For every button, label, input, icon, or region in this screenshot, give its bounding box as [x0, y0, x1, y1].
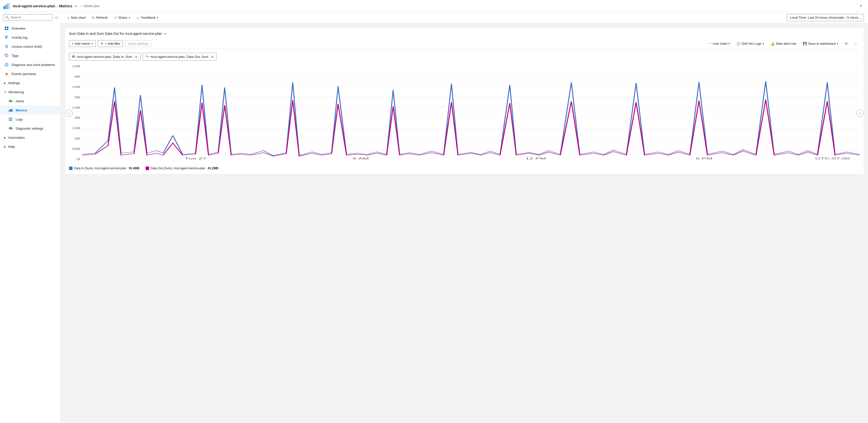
svg-rect-16	[12, 101, 12, 102]
svg-rect-3	[9, 3, 10, 9]
overview-icon	[4, 26, 9, 31]
svg-text:Tue 27: Tue 27	[185, 157, 207, 160]
search-box[interactable]: 🔍	[3, 14, 53, 21]
svg-rect-15	[10, 100, 11, 102]
sidebar-item-metrics[interactable]: Metrics	[0, 106, 60, 115]
sidebar-item-activity-log[interactable]: Activity log	[0, 33, 60, 42]
chart-title-area: Sum Data In and Sum Data Out for mcd-age…	[69, 32, 860, 36]
feedback-chevron-icon: ▾	[157, 16, 158, 19]
svg-rect-25	[9, 127, 10, 129]
edit-title-icon[interactable]: ✏	[164, 32, 167, 36]
save-to-dashboard-button[interactable]: 💾 Save to dashboard ▾	[800, 40, 841, 47]
svg-rect-10	[5, 38, 7, 38]
svg-rect-18	[10, 109, 11, 112]
line-chart-button[interactable]: 〰 Line chart ▾	[706, 40, 732, 47]
line-chart-label: Line chart	[713, 42, 727, 45]
feedback-button[interactable]: ☺ Feedback ▾	[133, 14, 161, 21]
svg-rect-17	[9, 110, 10, 112]
metric-pills-area: mcd-agent-service-plan, Data In, Sum ✕ m…	[69, 53, 860, 61]
svg-rect-22	[10, 119, 12, 119]
share-button[interactable]: ↗ Share ▾	[111, 14, 132, 21]
search-icon: 🔍	[5, 16, 9, 19]
sidebar-item-logs[interactable]: Logs	[0, 115, 60, 124]
chart-legend: Data In (Sum), mcd-agent-service-plan 91…	[69, 164, 860, 170]
apply-splitting-button[interactable]: Apply splitting	[125, 40, 151, 47]
sidebar-item-label: Diagnose and solve problems	[12, 63, 55, 67]
y-label-4-5: 4.5MB	[69, 65, 81, 68]
settings-arrow-icon: ▶	[4, 82, 6, 85]
chart-settings-button[interactable]: ⚙	[842, 40, 850, 47]
line-chart-icon: 〰	[708, 42, 712, 45]
svg-rect-27	[12, 128, 12, 129]
svg-rect-5	[7, 27, 8, 28]
alerts-icon	[8, 99, 13, 104]
sidebar-item-label: Activity log	[12, 36, 27, 39]
close-button[interactable]: ×	[857, 2, 865, 10]
more-options-icon[interactable]: ···	[80, 4, 83, 8]
sidebar-item-monitoring[interactable]: ▼ Monitoring	[0, 88, 60, 97]
sidebar-item-diagnostic-settings[interactable]: Diagnostic settings	[0, 124, 60, 133]
right-panel: + New chart ↻ Refresh ↗ Share ▾ ☺ Feedba…	[61, 12, 868, 423]
sidebar-item-automation[interactable]: ▶ Automation	[0, 133, 60, 142]
favorite-star[interactable]: ★	[74, 4, 78, 8]
metric-pill-data-in[interactable]: mcd-agent-service-plan, Data In, Sum ✕	[69, 53, 141, 61]
sidebar-item-overview[interactable]: Overview	[0, 24, 60, 33]
search-input[interactable]	[11, 15, 50, 19]
time-range-label: Local Time: Last 24 hours (Automatic - 5…	[790, 16, 861, 20]
drill-logs-icon: 📋	[736, 42, 740, 45]
chart-more-button[interactable]: ···	[852, 40, 860, 47]
add-filter-icon: ▼	[100, 42, 104, 45]
y-label-1-5: 1.5MB	[69, 127, 81, 130]
diagnose-icon	[4, 62, 9, 67]
sidebar-item-label: Monitoring	[9, 90, 24, 94]
metric-pill-data-out[interactable]: mcd-agent-service-plan, Data Out, Sum ✕	[143, 53, 217, 61]
y-label-1: 1MB	[69, 137, 81, 140]
sidebar-item-events[interactable]: Events (preview)	[0, 69, 60, 78]
collapse-icon[interactable]: ◁	[55, 15, 57, 20]
sidebar-item-tags[interactable]: Tags	[0, 51, 60, 60]
svg-rect-31	[74, 56, 75, 58]
svg-text:6 AM: 6 AM	[352, 157, 369, 160]
pill-close-data-out[interactable]: ✕	[211, 55, 214, 59]
sidebar-item-settings[interactable]: ▶ Settings	[0, 78, 60, 88]
legend-item-data-out: Data Out (Sum), mcd-agent-service-plan 4…	[146, 166, 218, 170]
chart-nav-left-button[interactable]: ‹	[65, 110, 72, 117]
chart-area: 4.5MB 4MB 3.5MB 3MB 2.5MB 2MB 1.5MB 1MB …	[69, 65, 860, 161]
new-chart-button[interactable]: + New chart	[65, 14, 88, 21]
sidebar-item-diagnose[interactable]: Diagnose and solve problems	[0, 60, 60, 69]
add-metric-button[interactable]: + Add metric ▾	[69, 40, 96, 47]
drill-into-logs-button[interactable]: 📋 Drill into Logs ▾	[734, 40, 767, 47]
sidebar-item-label: Events (preview)	[12, 72, 36, 76]
chart-svg-wrapper: Tue 27 6 AM 12 PM 6 PM UTC-07:00	[82, 65, 860, 161]
sidebar-item-help[interactable]: ▶ Help	[0, 142, 60, 151]
save-dashboard-chevron-icon: ▾	[837, 42, 838, 45]
sidebar-item-alerts[interactable]: Alerts	[0, 97, 60, 106]
svg-rect-29	[73, 55, 73, 58]
y-label-2: 2MB	[69, 116, 81, 119]
title-separator: |	[57, 4, 57, 8]
new-alert-label: New alert rule	[776, 42, 796, 45]
legend-label-data-out: Data Out (Sum), mcd-agent-service-plan	[151, 166, 205, 170]
svg-rect-30	[73, 55, 74, 58]
pill-icon-data-in	[72, 55, 75, 59]
page-name: Metrics	[59, 4, 72, 8]
legend-color-data-in	[69, 166, 72, 170]
svg-text:UTC-07:00: UTC-07:00	[815, 157, 850, 160]
new-alert-icon: 🔔	[771, 42, 775, 45]
chart-title-text: Sum Data In and Sum Data Out for mcd-age…	[69, 32, 162, 36]
svg-rect-7	[7, 29, 8, 30]
pill-close-data-in[interactable]: ✕	[135, 55, 138, 59]
pill-text-data-out: mcd-agent-service-plan, Data Out, Sum	[150, 55, 208, 59]
chart-nav-right-button[interactable]: ›	[856, 110, 863, 117]
share-icon: ↗	[114, 16, 117, 20]
diagnostic-settings-icon	[8, 126, 13, 131]
svg-rect-24	[10, 120, 11, 121]
refresh-button[interactable]: ↻ Refresh	[89, 14, 111, 21]
svg-rect-14	[9, 100, 10, 102]
sidebar-item-access-control[interactable]: Access control (IAM)	[0, 42, 60, 51]
add-filter-button[interactable]: ▼ + Add filter	[98, 40, 123, 47]
svg-rect-19	[11, 109, 12, 112]
time-range-button[interactable]: Local Time: Last 24 hours (Automatic - 5…	[786, 14, 864, 21]
new-alert-rule-button[interactable]: 🔔 New alert rule	[768, 40, 799, 47]
resource-subtitle: Elastic plan	[84, 4, 100, 8]
